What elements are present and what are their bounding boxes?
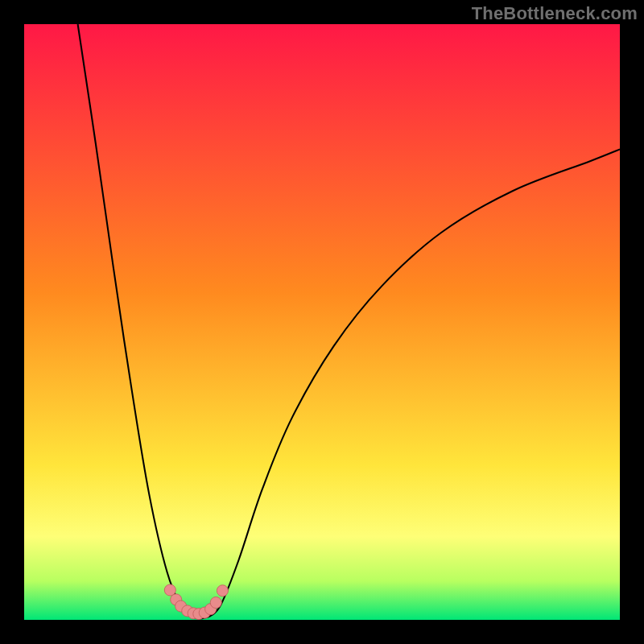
curve-right-branch xyxy=(208,149,620,617)
data-marker xyxy=(217,585,228,597)
canvas-frame: TheBottleneck.com xyxy=(0,0,644,644)
data-marker xyxy=(210,597,221,609)
watermark-text: TheBottleneck.com xyxy=(472,3,638,24)
curve-layer xyxy=(24,24,620,620)
curve-left-branch xyxy=(78,24,192,617)
plot-border xyxy=(24,24,620,620)
plot-area xyxy=(24,24,620,620)
marker-group xyxy=(164,584,228,620)
